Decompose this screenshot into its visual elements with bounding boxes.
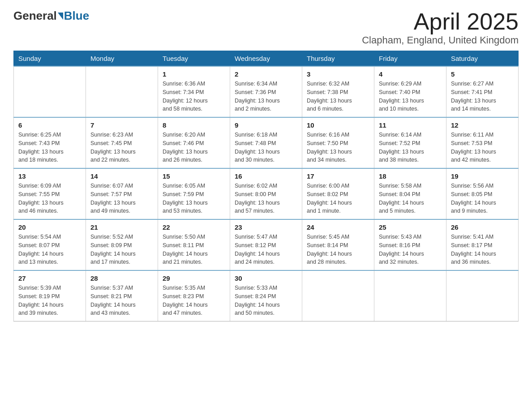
day-info: Sunrise: 5:56 AM Sunset: 8:05 PM Dayligh… — [451, 182, 514, 215]
calendar-header-wednesday: Wednesday — [230, 51, 302, 67]
day-number: 2 — [235, 70, 297, 78]
day-number: 4 — [379, 70, 442, 78]
calendar-cell: 6Sunrise: 6:25 AM Sunset: 7:43 PM Daylig… — [14, 117, 86, 168]
calendar-cell: 2Sunrise: 6:34 AM Sunset: 7:36 PM Daylig… — [230, 66, 302, 117]
calendar-cell: 1Sunrise: 6:36 AM Sunset: 7:34 PM Daylig… — [158, 66, 230, 117]
calendar-cell: 4Sunrise: 6:29 AM Sunset: 7:40 PM Daylig… — [374, 66, 446, 117]
logo-arrow-icon — [58, 13, 63, 20]
calendar-cell: 20Sunrise: 5:54 AM Sunset: 8:07 PM Dayli… — [14, 219, 86, 270]
day-number: 8 — [163, 121, 225, 129]
day-number: 30 — [235, 274, 297, 282]
day-number: 28 — [90, 274, 153, 282]
day-number: 7 — [90, 121, 153, 129]
day-info: Sunrise: 6:02 AM Sunset: 8:00 PM Dayligh… — [235, 182, 297, 215]
calendar-cell: 24Sunrise: 5:45 AM Sunset: 8:14 PM Dayli… — [302, 219, 374, 270]
calendar-header-row: SundayMondayTuesdayWednesdayThursdayFrid… — [14, 51, 519, 67]
day-number: 9 — [235, 121, 297, 129]
day-number: 18 — [379, 172, 442, 180]
day-info: Sunrise: 5:50 AM Sunset: 8:11 PM Dayligh… — [163, 233, 225, 266]
calendar-cell: 28Sunrise: 5:37 AM Sunset: 8:21 PM Dayli… — [86, 270, 158, 321]
page-header: General Blue April 2025 Clapham, England… — [13, 9, 519, 46]
calendar-header-thursday: Thursday — [302, 51, 374, 67]
calendar-cell: 13Sunrise: 6:09 AM Sunset: 7:55 PM Dayli… — [14, 168, 86, 219]
day-number: 25 — [379, 223, 442, 231]
calendar-cell: 8Sunrise: 6:20 AM Sunset: 7:46 PM Daylig… — [158, 117, 230, 168]
day-info: Sunrise: 5:43 AM Sunset: 8:16 PM Dayligh… — [379, 233, 442, 266]
calendar-cell: 17Sunrise: 6:00 AM Sunset: 8:02 PM Dayli… — [302, 168, 374, 219]
day-info: Sunrise: 6:34 AM Sunset: 7:36 PM Dayligh… — [235, 80, 297, 113]
day-info: Sunrise: 5:45 AM Sunset: 8:14 PM Dayligh… — [307, 233, 369, 266]
day-number: 16 — [235, 172, 297, 180]
calendar-cell: 14Sunrise: 6:07 AM Sunset: 7:57 PM Dayli… — [86, 168, 158, 219]
calendar-cell — [374, 270, 446, 321]
calendar-header-friday: Friday — [374, 51, 446, 67]
calendar-header-monday: Monday — [86, 51, 158, 67]
calendar-cell: 22Sunrise: 5:50 AM Sunset: 8:11 PM Dayli… — [158, 219, 230, 270]
day-number: 11 — [379, 121, 442, 129]
calendar-cell: 16Sunrise: 6:02 AM Sunset: 8:00 PM Dayli… — [230, 168, 302, 219]
calendar-header-sunday: Sunday — [14, 51, 86, 67]
calendar-header-tuesday: Tuesday — [158, 51, 230, 67]
calendar-cell: 26Sunrise: 5:41 AM Sunset: 8:17 PM Dayli… — [446, 219, 519, 270]
day-info: Sunrise: 6:25 AM Sunset: 7:43 PM Dayligh… — [18, 131, 81, 164]
day-info: Sunrise: 6:36 AM Sunset: 7:34 PM Dayligh… — [163, 80, 225, 113]
day-number: 14 — [90, 172, 153, 180]
calendar-cell: 29Sunrise: 5:35 AM Sunset: 8:23 PM Dayli… — [158, 270, 230, 321]
calendar-cell: 23Sunrise: 5:47 AM Sunset: 8:12 PM Dayli… — [230, 219, 302, 270]
day-info: Sunrise: 5:52 AM Sunset: 8:09 PM Dayligh… — [90, 233, 153, 266]
day-number: 19 — [451, 172, 514, 180]
logo-blue-text: Blue — [64, 9, 89, 23]
day-info: Sunrise: 6:14 AM Sunset: 7:52 PM Dayligh… — [379, 131, 442, 164]
day-info: Sunrise: 6:11 AM Sunset: 7:53 PM Dayligh… — [451, 131, 514, 164]
calendar-week-row: 1Sunrise: 6:36 AM Sunset: 7:34 PM Daylig… — [14, 66, 519, 117]
calendar-cell: 10Sunrise: 6:16 AM Sunset: 7:50 PM Dayli… — [302, 117, 374, 168]
calendar-cell: 7Sunrise: 6:23 AM Sunset: 7:45 PM Daylig… — [86, 117, 158, 168]
day-info: Sunrise: 6:09 AM Sunset: 7:55 PM Dayligh… — [18, 182, 81, 215]
day-info: Sunrise: 5:41 AM Sunset: 8:17 PM Dayligh… — [451, 233, 514, 266]
day-info: Sunrise: 6:16 AM Sunset: 7:50 PM Dayligh… — [307, 131, 369, 164]
calendar-cell: 15Sunrise: 6:05 AM Sunset: 7:59 PM Dayli… — [158, 168, 230, 219]
logo: General Blue — [13, 9, 89, 23]
calendar-cell — [446, 270, 519, 321]
day-number: 15 — [163, 172, 225, 180]
day-info: Sunrise: 6:00 AM Sunset: 8:02 PM Dayligh… — [307, 182, 369, 215]
day-info: Sunrise: 6:29 AM Sunset: 7:40 PM Dayligh… — [379, 80, 442, 113]
day-info: Sunrise: 6:23 AM Sunset: 7:45 PM Dayligh… — [90, 131, 153, 164]
calendar-cell: 21Sunrise: 5:52 AM Sunset: 8:09 PM Dayli… — [86, 219, 158, 270]
logo-general-text: General — [13, 9, 57, 23]
day-number: 3 — [307, 70, 369, 78]
title-block: April 2025 Clapham, England, United King… — [362, 9, 519, 46]
calendar-week-row: 13Sunrise: 6:09 AM Sunset: 7:55 PM Dayli… — [14, 168, 519, 219]
day-info: Sunrise: 6:32 AM Sunset: 7:38 PM Dayligh… — [307, 80, 369, 113]
calendar-cell: 9Sunrise: 6:18 AM Sunset: 7:48 PM Daylig… — [230, 117, 302, 168]
day-info: Sunrise: 5:58 AM Sunset: 8:04 PM Dayligh… — [379, 182, 442, 215]
day-info: Sunrise: 5:35 AM Sunset: 8:23 PM Dayligh… — [163, 284, 225, 317]
day-number: 24 — [307, 223, 369, 231]
calendar-week-row: 6Sunrise: 6:25 AM Sunset: 7:43 PM Daylig… — [14, 117, 519, 168]
calendar-week-row: 20Sunrise: 5:54 AM Sunset: 8:07 PM Dayli… — [14, 219, 519, 270]
calendar-cell: 27Sunrise: 5:39 AM Sunset: 8:19 PM Dayli… — [14, 270, 86, 321]
day-number: 17 — [307, 172, 369, 180]
calendar-cell: 25Sunrise: 5:43 AM Sunset: 8:16 PM Dayli… — [374, 219, 446, 270]
day-number: 13 — [18, 172, 81, 180]
day-info: Sunrise: 5:33 AM Sunset: 8:24 PM Dayligh… — [235, 284, 297, 317]
day-info: Sunrise: 6:07 AM Sunset: 7:57 PM Dayligh… — [90, 182, 153, 215]
day-info: Sunrise: 6:05 AM Sunset: 7:59 PM Dayligh… — [163, 182, 225, 215]
day-number: 27 — [18, 274, 81, 282]
day-number: 29 — [163, 274, 225, 282]
day-number: 21 — [90, 223, 153, 231]
day-info: Sunrise: 5:37 AM Sunset: 8:21 PM Dayligh… — [90, 284, 153, 317]
day-info: Sunrise: 6:20 AM Sunset: 7:46 PM Dayligh… — [163, 131, 225, 164]
day-info: Sunrise: 6:18 AM Sunset: 7:48 PM Dayligh… — [235, 131, 297, 164]
day-number: 23 — [235, 223, 297, 231]
calendar-cell — [86, 66, 158, 117]
calendar-cell: 3Sunrise: 6:32 AM Sunset: 7:38 PM Daylig… — [302, 66, 374, 117]
calendar-cell — [14, 66, 86, 117]
day-number: 5 — [451, 70, 514, 78]
day-number: 22 — [163, 223, 225, 231]
day-info: Sunrise: 6:27 AM Sunset: 7:41 PM Dayligh… — [451, 80, 514, 113]
calendar-cell: 5Sunrise: 6:27 AM Sunset: 7:41 PM Daylig… — [446, 66, 519, 117]
calendar-cell — [302, 270, 374, 321]
day-number: 26 — [451, 223, 514, 231]
calendar-cell: 30Sunrise: 5:33 AM Sunset: 8:24 PM Dayli… — [230, 270, 302, 321]
